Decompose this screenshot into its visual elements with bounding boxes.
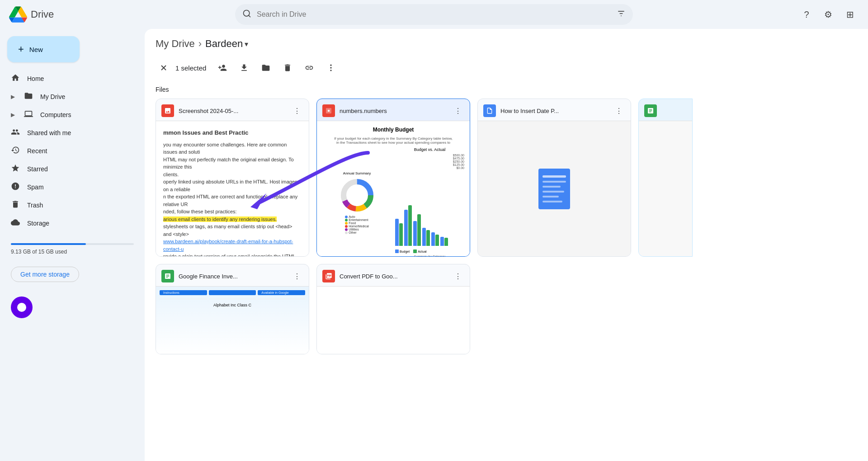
sidebar-item-storage[interactable]: Storage bbox=[0, 214, 137, 232]
bar-budget-4 bbox=[422, 228, 426, 246]
svg-rect-25 bbox=[542, 191, 564, 193]
settings-button[interactable]: ⚙ bbox=[819, 5, 837, 24]
storage-bar-fill bbox=[11, 243, 86, 245]
toolbar-link-button[interactable] bbox=[300, 59, 318, 77]
search-icon bbox=[242, 9, 251, 20]
finance-col-2 bbox=[209, 290, 256, 295]
breadcrumb-parent[interactable]: My Drive bbox=[156, 38, 195, 50]
search-filter-icon[interactable] bbox=[617, 9, 626, 20]
search-bar[interactable] bbox=[235, 4, 633, 25]
file-preview-google-finance: Instructions Available in Google Alphabe… bbox=[156, 286, 309, 354]
sidebar-item-label-home: Home bbox=[27, 75, 44, 82]
budget-charts: Annual Summary bbox=[322, 147, 464, 256]
donut-title: Annual Summary bbox=[343, 171, 371, 175]
toolbar-more-button[interactable] bbox=[322, 59, 340, 77]
svg-line-1 bbox=[249, 15, 250, 17]
toolbar-share-button[interactable] bbox=[213, 59, 231, 77]
file-card-how-to-insert[interactable]: How to Insert Date P... ⋮ bbox=[477, 99, 631, 257]
topbar-right: ? ⚙ ⊞ bbox=[714, 5, 859, 24]
avatar[interactable] bbox=[11, 296, 33, 318]
finance-main-label: Alphabet Inc Class C bbox=[160, 303, 305, 307]
svg-point-8 bbox=[330, 65, 332, 66]
finance-col-3: Available in Google bbox=[258, 290, 305, 295]
file-menu-numbers[interactable]: ⋮ bbox=[452, 104, 464, 117]
file-card-header-go bbox=[639, 99, 692, 121]
finance-cell-1 bbox=[160, 298, 207, 299]
file-menu-convert-pdf[interactable]: ⋮ bbox=[452, 270, 464, 282]
file-card-header-google-finance: Google Finance Inve... ⋮ bbox=[156, 264, 309, 286]
sidebar-item-recent[interactable]: Recent bbox=[0, 142, 137, 160]
file-card-convert-pdf[interactable]: Convert PDF to Goo... ⋮ bbox=[316, 264, 470, 354]
get-more-storage-button[interactable]: Get more storage bbox=[11, 267, 79, 282]
sidebar-item-label-starred: Starred bbox=[27, 165, 48, 173]
search-input[interactable] bbox=[257, 10, 611, 19]
selection-count: 1 selected bbox=[175, 64, 206, 72]
avatar-area bbox=[11, 296, 134, 318]
grid-view-button[interactable]: ⊞ bbox=[841, 5, 859, 24]
preview-doc-screenshot: mmon Issues and Best Practic you may enc… bbox=[156, 121, 309, 256]
recent-icon bbox=[11, 146, 20, 157]
file-menu-how-to-insert[interactable]: ⋮ bbox=[613, 104, 625, 117]
breadcrumb-separator: › bbox=[198, 38, 202, 50]
new-button[interactable]: + New bbox=[7, 36, 80, 62]
sidebar-item-computers[interactable]: ▶ Computers bbox=[0, 106, 137, 124]
spam-icon bbox=[11, 182, 20, 193]
breadcrumb-current[interactable]: Bardeen ▾ bbox=[205, 38, 248, 50]
bar-legend: Budget Actual bbox=[395, 249, 464, 253]
plus-icon: + bbox=[18, 43, 24, 55]
svg-rect-24 bbox=[542, 186, 561, 188]
sidebar-item-spam[interactable]: Spam bbox=[0, 178, 137, 196]
file-card-screenshot[interactable]: Screenshot 2024-05-... ⋮ mmon Issues and… bbox=[156, 99, 309, 257]
file-card-go-partial[interactable] bbox=[638, 99, 693, 257]
selection-toolbar: 1 selected bbox=[156, 57, 857, 79]
svg-rect-23 bbox=[542, 181, 566, 183]
budget-chart-title: Monthly Budget bbox=[322, 127, 464, 133]
bar-chart bbox=[395, 170, 464, 248]
file-name-convert-pdf: Convert PDF to Goo... bbox=[340, 273, 447, 280]
file-card-numbers[interactable]: numbers.numbers ⋮ Monthly Budget If your… bbox=[316, 99, 470, 257]
storage-section: 9.13 GB of 15 GB used Get more storage bbox=[11, 240, 134, 286]
finance-header: Instructions Available in Google bbox=[160, 290, 305, 295]
file-card-google-finance[interactable]: Google Finance Inve... ⋮ Instructions Av… bbox=[156, 264, 309, 354]
logo-area: Drive bbox=[9, 5, 154, 24]
file-name-screenshot: Screenshot 2024-05-... bbox=[179, 108, 286, 114]
bar-amounts: $500.00$475.00$250.00$125.00$0.00 bbox=[395, 154, 464, 169]
sidebar-item-label-shared: Shared with me bbox=[27, 129, 71, 136]
file-card-header-convert-pdf: Convert PDF to Goo... ⋮ bbox=[317, 264, 470, 286]
bar-budget-1 bbox=[395, 219, 399, 246]
bar-pair-5 bbox=[431, 232, 439, 246]
doc-heading: mmon Issues and Best Practic bbox=[163, 128, 302, 137]
file-menu-screenshot[interactable]: ⋮ bbox=[291, 104, 303, 117]
svg-rect-22 bbox=[542, 175, 566, 178]
main-layout: + New Home ▶ My Drive ▶ Computers bbox=[0, 29, 868, 461]
sidebar-item-starred[interactable]: Starred bbox=[0, 160, 137, 178]
toolbar-download-button[interactable] bbox=[235, 59, 253, 77]
sidebar-item-shared-with-me[interactable]: Shared with me bbox=[0, 124, 137, 142]
bar-legend-budget: Budget bbox=[395, 249, 410, 253]
toolbar-move-button[interactable] bbox=[257, 59, 275, 77]
file-name-google-finance: Google Finance Inve... bbox=[179, 273, 286, 280]
bar-pair-4 bbox=[422, 228, 430, 246]
bar-budget-6 bbox=[440, 237, 444, 246]
file-icon-convert-pdf bbox=[322, 270, 335, 282]
bar-legend-actual: Actual bbox=[413, 249, 426, 253]
file-card-header-how-to-insert: How to Insert Date P... ⋮ bbox=[478, 99, 631, 121]
trash-icon bbox=[11, 200, 20, 211]
file-menu-google-finance[interactable]: ⋮ bbox=[291, 270, 303, 282]
file-preview-go bbox=[639, 121, 692, 257]
my-drive-icon bbox=[24, 91, 33, 103]
sidebar-item-trash[interactable]: Trash bbox=[0, 196, 137, 214]
sidebar-item-my-drive[interactable]: ▶ My Drive bbox=[0, 88, 137, 106]
toolbar-delete-button[interactable] bbox=[278, 59, 297, 77]
toolbar-close-button[interactable] bbox=[156, 60, 172, 76]
file-icon-go bbox=[644, 104, 657, 117]
help-button[interactable]: ? bbox=[797, 5, 816, 24]
file-icon-how-to-insert bbox=[483, 104, 496, 117]
computers-icon bbox=[24, 109, 33, 121]
storage-icon bbox=[11, 218, 20, 229]
svg-point-10 bbox=[330, 70, 332, 71]
drive-logo-icon bbox=[9, 5, 27, 24]
sidebar-item-home[interactable]: Home bbox=[0, 70, 137, 88]
donut-chart bbox=[339, 177, 375, 213]
breadcrumb-current-label: Bardeen bbox=[205, 38, 243, 50]
